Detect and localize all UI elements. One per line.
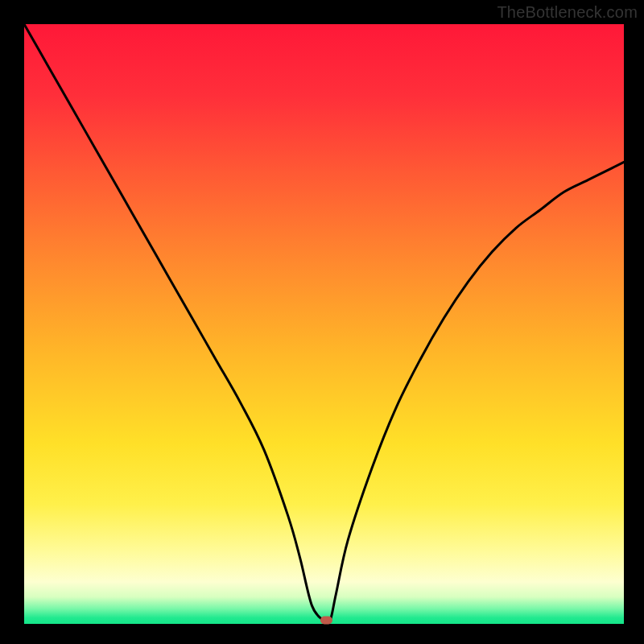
- chart-container: TheBottleneck.com: [0, 0, 644, 644]
- bottleneck-chart: [0, 0, 644, 644]
- minimum-marker: [320, 617, 332, 625]
- plot-area: [24, 24, 624, 624]
